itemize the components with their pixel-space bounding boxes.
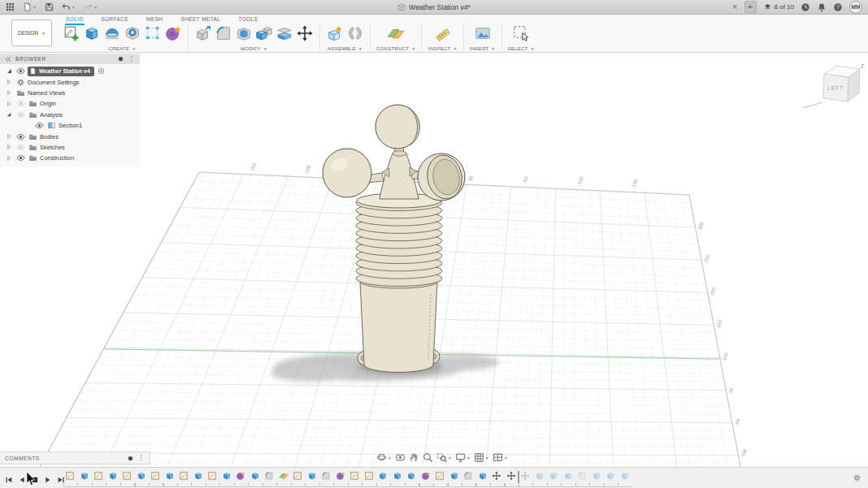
go-to-start-button[interactable] <box>5 473 13 487</box>
visibility-eye-icon[interactable] <box>15 153 25 162</box>
pan-icon[interactable] <box>409 452 419 463</box>
timeline-feature-extrude[interactable] <box>193 471 203 481</box>
timeline-feature-sketch[interactable] <box>93 471 103 481</box>
measure-icon[interactable] <box>434 24 452 45</box>
browser-item-analysis[interactable]: Analysis <box>0 110 140 120</box>
new-component-icon[interactable] <box>326 24 344 45</box>
timeline-feature-form[interactable] <box>236 471 245 481</box>
browser-item-document-settings[interactable]: Document Settings <box>0 76 140 87</box>
fillet-icon[interactable] <box>215 24 232 45</box>
visibility-eye-icon[interactable] <box>34 121 44 130</box>
form-icon[interactable] <box>164 24 182 45</box>
document-counter[interactable]: 8 of 10 <box>763 2 794 11</box>
browser-item-construction[interactable]: Construction <box>0 153 140 163</box>
joint-icon[interactable] <box>346 24 364 45</box>
step-back-button[interactable] <box>18 473 26 487</box>
comments-panel[interactable]: COMMENTS ⋮ <box>0 451 150 464</box>
timeline-feature-extrude[interactable] <box>535 471 545 481</box>
group-label-insert[interactable]: INSERT ▼ <box>470 46 496 51</box>
timeline-feature-extrude[interactable] <box>250 471 260 481</box>
visibility-eye-icon[interactable] <box>15 143 25 152</box>
timeline-feature-move[interactable] <box>520 471 530 481</box>
timeline-feature-extrude[interactable] <box>605 471 615 481</box>
browser-item-bodies[interactable]: Bodies <box>0 131 140 141</box>
timeline-feature-extrude[interactable] <box>563 471 573 481</box>
timeline-feature-move[interactable] <box>492 471 501 481</box>
timeline-feature-sketch[interactable] <box>179 471 189 481</box>
create-sketch-icon[interactable] <box>63 24 80 45</box>
expand-icon[interactable] <box>5 79 13 85</box>
collapse-panel-icon[interactable] <box>5 56 11 63</box>
timeline-feature-form[interactable] <box>336 471 345 481</box>
close-tab-button[interactable]: × <box>732 2 737 11</box>
timeline-feature-extrude[interactable] <box>620 471 630 481</box>
timeline-feature-extrude[interactable] <box>406 471 416 481</box>
look-at-icon[interactable] <box>395 452 406 463</box>
timeline-feature-extrude[interactable] <box>108 471 118 481</box>
window-zoom-icon[interactable]: ▼ <box>436 452 452 463</box>
timeline-feature-sketch[interactable] <box>150 471 160 481</box>
timeline-feature-extrude[interactable] <box>80 471 89 481</box>
timeline-settings-gear-icon[interactable] <box>853 473 861 482</box>
orbit-icon[interactable]: ▼ <box>376 452 392 463</box>
press-pull-icon[interactable] <box>194 24 212 45</box>
viewcube-face-label[interactable]: LEFT <box>827 85 844 91</box>
weather-station-model[interactable] <box>271 105 499 382</box>
step-forward-button[interactable] <box>44 473 52 487</box>
offset-face-icon[interactable] <box>276 24 293 45</box>
expand-icon[interactable] <box>5 101 13 107</box>
expand-icon[interactable] <box>5 111 13 118</box>
timeline-feature-sketch[interactable] <box>65 471 75 481</box>
job-status-icon[interactable] <box>801 2 810 12</box>
extrude-icon[interactable] <box>83 24 101 45</box>
timeline-feature-extrude[interactable] <box>307 471 317 481</box>
expand-icon[interactable] <box>5 89 13 96</box>
timeline-feature-move[interactable] <box>506 471 516 481</box>
expand-icon[interactable] <box>5 155 13 162</box>
group-label-modify[interactable]: MODIFY ▼ <box>241 46 267 51</box>
expand-icon[interactable] <box>5 144 13 150</box>
timeline-feature-fillet[interactable] <box>577 471 587 481</box>
expand-icon[interactable] <box>5 67 13 75</box>
visibility-eye-icon[interactable] <box>15 99 25 108</box>
browser-item-sketches[interactable]: Sketches <box>0 142 140 153</box>
help-icon[interactable]: ? <box>833 2 843 12</box>
workspace-selector[interactable]: DESIGN▼ <box>11 19 52 46</box>
comments-menu-icon[interactable]: ⋮ <box>137 455 145 461</box>
group-label-assemble[interactable]: ASSEMBLE ▼ <box>328 46 362 51</box>
timeline-feature-form[interactable] <box>421 471 431 481</box>
construct-plane-icon[interactable] <box>387 24 405 45</box>
timeline-feature-construct[interactable] <box>279 471 289 481</box>
sweep-icon[interactable] <box>124 24 141 45</box>
timeline-ruler[interactable] <box>63 483 632 487</box>
stop-button[interactable] <box>31 473 39 487</box>
timeline-feature-fillet[interactable] <box>264 471 274 481</box>
visibility-eye-icon[interactable] <box>15 132 25 141</box>
revolve-icon[interactable] <box>103 24 121 45</box>
group-label-select[interactable]: SELECT ▼ <box>508 46 535 51</box>
timeline-feature-extrude[interactable] <box>378 471 388 481</box>
grid-settings-icon[interactable]: ▼ <box>474 452 489 463</box>
insert-image-icon[interactable] <box>474 24 492 45</box>
timeline-playhead[interactable] <box>518 471 519 483</box>
visibility-eye-icon[interactable] <box>15 110 25 119</box>
timeline-feature-fillet[interactable] <box>321 471 331 481</box>
timeline-feature-sketch[interactable] <box>207 471 217 481</box>
timeline-feature-extrude[interactable] <box>449 471 459 481</box>
select-box-icon[interactable] <box>512 24 530 45</box>
timeline-feature-extrude[interactable] <box>137 471 146 481</box>
root-component[interactable]: Weather Station v4 <box>28 67 94 76</box>
timeline-feature-sketch[interactable] <box>364 471 374 481</box>
combine-icon[interactable] <box>255 24 273 45</box>
timeline-feature-sketch[interactable] <box>293 471 302 481</box>
expand-icon[interactable] <box>5 133 13 140</box>
panel-menu-icon[interactable]: ⋮ <box>128 56 135 63</box>
timeline-feature-fillet[interactable] <box>463 471 473 481</box>
browser-item-origin[interactable]: Origin <box>0 98 140 109</box>
timeline-feature-extrude[interactable] <box>393 471 402 481</box>
group-label-inspect[interactable]: INSPECT ▼ <box>427 46 457 51</box>
browser-root-row[interactable]: Weather Station v4 <box>0 66 140 76</box>
timeline-feature-extrude[interactable] <box>222 471 232 481</box>
zoom-icon[interactable] <box>423 452 433 463</box>
timeline-feature-extrude[interactable] <box>592 471 601 481</box>
